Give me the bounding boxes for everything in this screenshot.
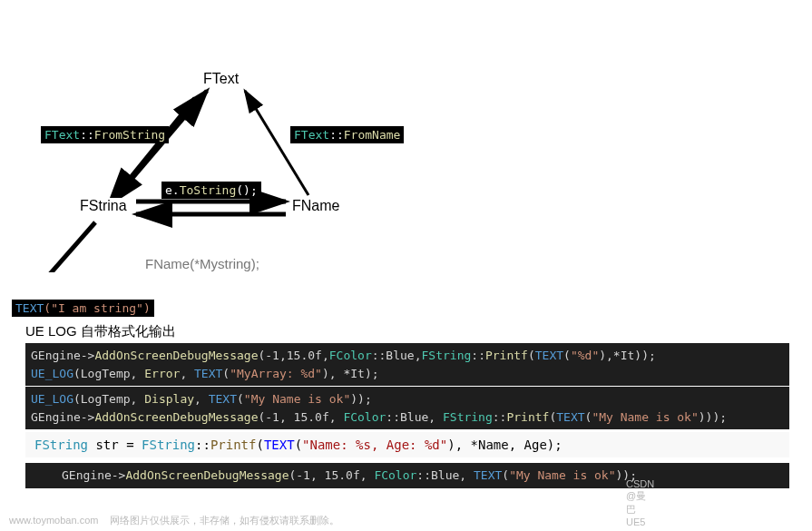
section-heading: UE LOG 自带格式化输出 xyxy=(25,323,176,340)
footer: www.toymoban.com 网络图片仅供展示，非存储，如有侵权请联系删除。… xyxy=(9,514,339,527)
t: ( xyxy=(502,468,509,482)
chip-sep: :: xyxy=(329,128,344,142)
t: ), *It); xyxy=(322,367,379,380)
t: (-1, 15.0f, xyxy=(289,468,374,482)
chip-text-literal: TEXT("I am string") xyxy=(12,300,154,317)
t: FString xyxy=(443,410,493,424)
code-line-printf: FString str = FString::Printf(TEXT("Name… xyxy=(25,432,789,457)
t: Error xyxy=(144,367,180,380)
t: Printf xyxy=(506,410,549,424)
t: ), *Name, Age); xyxy=(447,438,562,452)
t: :: xyxy=(195,438,210,452)
t: FString xyxy=(142,438,195,452)
t: GEngine-> xyxy=(62,468,125,482)
chip-args: ("I am string") xyxy=(44,301,150,315)
chip-class: FText xyxy=(294,128,329,142)
t: AddOnScreenDebugMessage xyxy=(94,410,258,424)
t: FColor xyxy=(374,468,416,482)
t: TEXT xyxy=(194,367,222,380)
chip-sep: :: xyxy=(80,128,94,142)
t: , xyxy=(180,367,194,380)
t: "My Name is ok" xyxy=(509,468,615,482)
code-block-1: GEngine->AddOnScreenDebugMessage(-1,15.0… xyxy=(25,343,789,386)
code-block-3: GEngine->AddOnScreenDebugMessage(-1, 15.… xyxy=(25,463,789,488)
node-ftext: FText xyxy=(203,71,239,87)
t: ),*It)); xyxy=(599,349,656,362)
chip-fn: FromName xyxy=(344,128,401,142)
t: ( xyxy=(256,438,263,452)
t: ::Blue, xyxy=(386,410,443,424)
t: (LogTemp, xyxy=(73,392,144,406)
t: FString xyxy=(34,438,88,452)
t: GEngine-> xyxy=(31,349,94,362)
t: ::Blue, xyxy=(416,468,474,482)
t: TEXT xyxy=(556,410,584,424)
t: TEXT xyxy=(535,349,563,362)
t: (-1,15.0f, xyxy=(258,349,328,362)
t: AddOnScreenDebugMessage xyxy=(94,349,258,362)
t: ( xyxy=(222,367,230,380)
t: TEXT xyxy=(209,392,237,406)
chip-tail: (); xyxy=(236,183,257,197)
chip-fn: FromString xyxy=(94,128,165,142)
t: str = xyxy=(88,438,142,452)
t: ::Blue, xyxy=(372,349,422,362)
t: FColor xyxy=(329,349,372,362)
code-line: GEngine->AddOnScreenDebugMessage(-1, 15.… xyxy=(62,467,784,485)
code-line: UE_LOG(LogTemp, Error, TEXT("MyArray: %d… xyxy=(31,365,784,383)
t: AddOnScreenDebugMessage xyxy=(125,468,289,482)
t: ( xyxy=(295,438,302,452)
t: "%d" xyxy=(571,349,599,362)
t: "MyArray: %d" xyxy=(230,367,322,380)
t: :: xyxy=(471,349,485,362)
t: FColor xyxy=(343,410,386,424)
t: "My Name is ok" xyxy=(244,392,350,406)
chip-ftext-fromname: FText::FromName xyxy=(290,126,404,143)
chip-ftext-fromstring: FText::FromString xyxy=(41,126,169,143)
t: UE_LOG xyxy=(31,367,73,380)
chip-fn: ToString xyxy=(180,183,237,197)
node-fname: FName xyxy=(292,198,339,214)
t: :: xyxy=(493,410,507,424)
t: FString xyxy=(422,349,472,362)
node-fstring: FStrina xyxy=(80,198,127,214)
t: TEXT xyxy=(264,438,295,452)
svg-line-5 xyxy=(30,222,95,272)
t: Printf xyxy=(485,349,528,362)
code-line: GEngine->AddOnScreenDebugMessage(-1,15.0… xyxy=(31,347,784,365)
footer-right: CSDN @曼巴UE5 xyxy=(626,478,654,527)
t: "Name: %s, Age: %d" xyxy=(302,438,447,452)
t: (-1, 15.0f, xyxy=(258,410,343,424)
t: UE_LOG xyxy=(31,392,73,406)
t: TEXT xyxy=(474,468,502,482)
conversion-diagram: FText FStrina FName FText::FromString FT… xyxy=(0,0,812,272)
chip-macro: TEXT xyxy=(15,301,44,315)
code-line: UE_LOG(LogTemp, Display, TEXT("My Name i… xyxy=(31,390,784,408)
chip-class: FText xyxy=(44,128,80,142)
t: "My Name is ok" xyxy=(592,410,698,424)
chip-tostring: e.ToString(); xyxy=(161,182,261,199)
t: Printf xyxy=(210,438,257,452)
t: , xyxy=(194,392,209,406)
footer-text: 网络图片仅供展示，非存储，如有侵权请联系删除。 xyxy=(110,515,339,526)
chip-obj: e. xyxy=(165,183,180,197)
code-line: GEngine->AddOnScreenDebugMessage(-1, 15.… xyxy=(31,408,784,427)
t: Display xyxy=(144,392,194,406)
t: ))); xyxy=(699,410,727,424)
t: )); xyxy=(350,392,371,406)
t: GEngine-> xyxy=(31,410,94,424)
t: (LogTemp, xyxy=(73,367,144,380)
code-block-2: UE_LOG(LogTemp, Display, TEXT("My Name i… xyxy=(25,387,789,429)
t: ( xyxy=(563,349,571,362)
t: ( xyxy=(237,392,244,406)
t: ( xyxy=(528,349,535,362)
label-fname-ctor: FName(*Mystring); xyxy=(145,256,259,271)
footer-site: www.toymoban.com xyxy=(9,515,98,526)
